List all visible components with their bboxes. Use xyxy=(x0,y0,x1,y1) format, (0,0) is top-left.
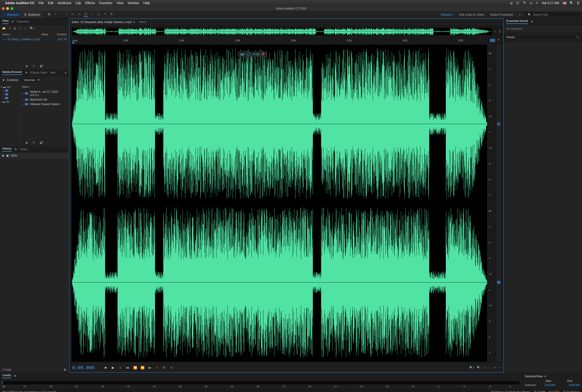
list-item[interactable]: ›Macintosh HD xyxy=(22,97,68,102)
overview-waveform[interactable] xyxy=(72,28,492,36)
waveform-mode-button[interactable]: ⌁ Waveform xyxy=(2,12,22,18)
zoom-in-time-icon[interactable]: 🔍+ xyxy=(470,366,474,369)
panel-menu-icon[interactable]: ≡ xyxy=(531,20,533,23)
tab-video[interactable]: Video xyxy=(20,148,27,151)
zoom-full-icon[interactable]: ⤢ xyxy=(484,366,486,369)
cursor-icon[interactable]: ↖ xyxy=(536,1,538,5)
record-button[interactable]: ● xyxy=(154,366,160,370)
zoom-in-amp-icon[interactable]: ↕+ xyxy=(493,366,496,369)
history-item-open[interactable]: ▶ ▣ Open xyxy=(0,152,69,158)
binoculars-icon[interactable]: 🔭 xyxy=(522,1,526,5)
zoom-target-icon[interactable]: ⌖ xyxy=(494,30,496,33)
waveform-display[interactable]: ▮▮▯ ◯ +0 dB 📌 xyxy=(72,45,487,362)
app-name[interactable]: Adobe Audition CC xyxy=(5,1,34,5)
workspace-default[interactable]: Default ≡ xyxy=(441,13,453,16)
tab-levels[interactable]: Levels xyxy=(2,373,11,378)
media-list-header[interactable]: Name ↑ xyxy=(22,85,68,90)
import-icon[interactable]: ⬇ xyxy=(2,78,4,82)
time-selection-tool-icon[interactable]: Ⓘ xyxy=(84,12,88,17)
zoom-window-button[interactable] xyxy=(10,7,13,10)
tab-history[interactable]: History xyxy=(2,147,12,152)
zoom-out-time-icon[interactable]: 🔍- xyxy=(477,366,481,369)
displays-icon[interactable]: ▭ xyxy=(530,1,532,5)
trash-icon[interactable]: 🗑 xyxy=(64,368,66,371)
zoom-selection-icon[interactable]: ⬚ xyxy=(488,366,491,369)
media-list[interactable]: Name ↑ ›Adobe A...ion CC 2019 v12.0.1 ›M… xyxy=(21,84,69,139)
play-button[interactable]: ▶ xyxy=(110,366,116,370)
list-item[interactable]: ›Adobe A...ion CC 2019 v12.0.1 xyxy=(22,90,68,97)
spectral-display-icon[interactable]: ▦ xyxy=(47,12,51,17)
loop-preview-icon[interactable]: ↻ xyxy=(33,141,35,144)
pin-icon[interactable]: 📍 xyxy=(497,39,500,42)
delete-icon[interactable]: 🗑 xyxy=(24,27,27,30)
files-search-icon[interactable]: 🔍▾ xyxy=(30,27,34,30)
razor-tool-icon[interactable]: ◇ xyxy=(71,12,75,17)
autoplay-icon[interactable]: 🔊 xyxy=(40,141,43,144)
cc-sync-icon[interactable]: ◎ xyxy=(510,1,513,5)
level-meter[interactable] xyxy=(2,380,520,385)
go-start-button[interactable]: ⏮ xyxy=(125,366,130,370)
menu-help[interactable]: Help xyxy=(143,1,150,5)
panel-menu-icon[interactable]: ≡ xyxy=(14,374,16,378)
move-tool-icon[interactable]: ↗ xyxy=(64,12,68,17)
tab-mixer[interactable]: Mixer xyxy=(140,20,146,24)
menu-window[interactable]: Window xyxy=(128,1,139,5)
pin-hud-icon[interactable]: 📌 xyxy=(261,53,264,56)
play-preview-icon[interactable]: ▶ xyxy=(26,64,28,68)
pitch-display-icon[interactable]: ∿ xyxy=(53,12,58,17)
import-icon[interactable]: ⇲ xyxy=(8,27,11,30)
close-window-button[interactable] xyxy=(2,7,4,10)
overflow-icon[interactable]: » xyxy=(65,71,66,74)
rewind-button[interactable]: ⏪ xyxy=(132,366,138,370)
channel-right[interactable]: R xyxy=(497,281,500,284)
contents-dropdown[interactable]: Volumes xyxy=(21,77,41,82)
channel-left[interactable]: L xyxy=(497,122,500,126)
menu-clip[interactable]: Clip xyxy=(76,1,81,5)
expand-icon[interactable]: › xyxy=(2,38,3,41)
play-preview-icon[interactable]: ▶ xyxy=(26,141,28,144)
menubar-clock[interactable]: Sat 4:17 AM xyxy=(542,1,559,5)
timecode-display[interactable]: 0:00.000 xyxy=(72,365,100,370)
stop-button[interactable]: ■ xyxy=(103,366,108,370)
col-name[interactable]: Name ↑ xyxy=(2,33,41,36)
tab-essential-sound[interactable]: Essential Sound xyxy=(506,19,528,24)
view-mode-icon[interactable]: ☰ xyxy=(498,30,501,33)
forward-button[interactable]: ⏩ xyxy=(140,366,145,370)
playhead-icon[interactable] xyxy=(72,42,74,44)
tab-favorites[interactable]: Favorites xyxy=(17,20,29,23)
menu-view[interactable]: View xyxy=(117,1,124,5)
file-row[interactable]: ›⌁01 Desp..y Yankee) 1.mp3 3:47.70 xyxy=(0,37,69,42)
time-ruler[interactable]: hms 0:30 1:00 1:30 2:00 2:30 3:00 3:30 🎧… xyxy=(72,38,501,45)
new-multitrack-icon[interactable]: ▥ xyxy=(14,27,16,30)
workspace-radio[interactable]: Radio Production xyxy=(490,13,513,16)
insert-icon[interactable]: ▦ xyxy=(19,27,22,30)
open-file-icon[interactable]: 📂 xyxy=(2,27,6,30)
spotlight-icon[interactable]: 🔍 xyxy=(570,1,574,5)
brush-tool-icon[interactable]: ✎ xyxy=(103,12,107,17)
autoplay-icon[interactable]: 🔊 xyxy=(40,64,43,68)
menu-favorites[interactable]: Favorites xyxy=(99,1,112,5)
tab-markers[interactable]: Mar xyxy=(50,71,56,74)
preset-dropdown[interactable] xyxy=(517,34,580,40)
panel-menu-icon[interactable]: ≡ xyxy=(26,71,27,74)
col-duration[interactable]: Duration xyxy=(53,33,66,36)
loop-button[interactable]: ↻ xyxy=(162,366,167,370)
lasso-tool-icon[interactable]: ◯ xyxy=(96,12,101,17)
menu-multitrack[interactable]: Multitrack xyxy=(58,1,71,5)
minimize-window-button[interactable] xyxy=(6,7,9,10)
go-end-button[interactable]: ⏭ xyxy=(147,366,152,370)
list-item[interactable]: ›VMware Shared Folders xyxy=(22,102,68,106)
loop-preview-icon[interactable]: ↻ xyxy=(33,64,35,68)
tab-effects-rack[interactable]: Effects Rack xyxy=(30,71,47,74)
selection-start[interactable]: 0:00.000 xyxy=(545,384,556,387)
selection-end[interactable]: 0:00.000 xyxy=(569,384,580,387)
zoom-out-amp-icon[interactable]: ↕- xyxy=(498,366,500,369)
menu-edit[interactable]: Edit xyxy=(48,1,53,5)
slip-tool-icon[interactable]: ⇔ xyxy=(77,12,82,17)
flag-icon[interactable]: 🇺🇸 xyxy=(562,1,566,5)
multitrack-mode-button[interactable]: ☰ Multitrack xyxy=(22,12,42,18)
menu-file[interactable]: File xyxy=(39,1,44,5)
col-status[interactable]: Status xyxy=(41,33,53,36)
gain-hud[interactable]: ▮▮▯ ◯ +0 dB 📌 xyxy=(238,52,267,57)
media-tree[interactable]: ▾▬Vol › › › ›▬Sh xyxy=(0,84,21,139)
